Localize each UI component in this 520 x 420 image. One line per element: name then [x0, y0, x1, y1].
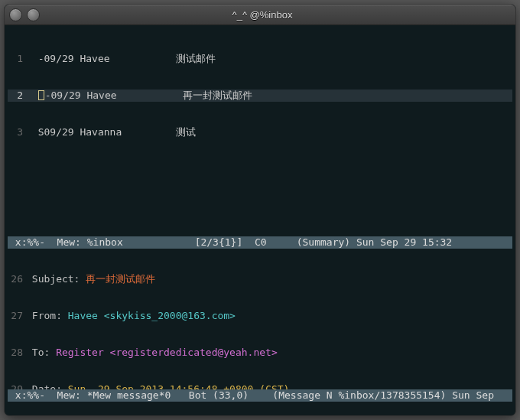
blank-row	[8, 163, 512, 175]
minibuffer[interactable]	[8, 402, 512, 414]
terminal[interactable]: 1 -09/29 Havee 测试邮件 2 -09/29 Havee 再一封测试…	[5, 25, 515, 415]
cursor-icon	[38, 90, 44, 100]
header-key: To:	[32, 347, 50, 358]
modeline-summary: x:%%- Mew: %inbox [2/3{1}] C0 (Summary) …	[8, 236, 512, 249]
summary-row-selected[interactable]: 2 -09/29 Havee 再一封测试邮件	[8, 90, 512, 102]
header-value: Register <registerdedicated@yeah.net>	[50, 347, 277, 358]
header-value: 再一封测试邮件	[80, 273, 155, 285]
header-key: Subject:	[32, 273, 80, 285]
window-sticky-icon[interactable]	[27, 8, 40, 21]
window-title: ^_^ @%inbox	[40, 9, 515, 21]
message-pane[interactable]: 26 Subject: 再一封测试邮件 27 From: Havee <skyk…	[8, 249, 512, 389]
modeline-message: x:%%- Mew: *Mew message*0 Bot (33,0) (Me…	[8, 389, 512, 402]
summary-pane[interactable]: 1 -09/29 Havee 测试邮件 2 -09/29 Havee 再一封测试…	[8, 28, 512, 236]
window: ^_^ @%inbox 1 -09/29 Havee 测试邮件 2 -09/29…	[4, 4, 516, 416]
blank-row	[8, 200, 512, 212]
titlebar: ^_^ @%inbox	[5, 5, 515, 25]
summary-row[interactable]: 3 S09/29 Havanna 测试	[8, 126, 512, 138]
header-key: Date:	[32, 383, 62, 389]
header-value: Sun, 29 Sep 2013 14:56:48 +0800 (CST)	[62, 383, 289, 389]
header-key: From:	[32, 310, 62, 321]
header-value: Havee <skykiss_2000@163.com>	[62, 310, 236, 321]
window-menu-icon[interactable]	[9, 8, 22, 21]
summary-row[interactable]: 1 -09/29 Havee 测试邮件	[8, 53, 512, 65]
